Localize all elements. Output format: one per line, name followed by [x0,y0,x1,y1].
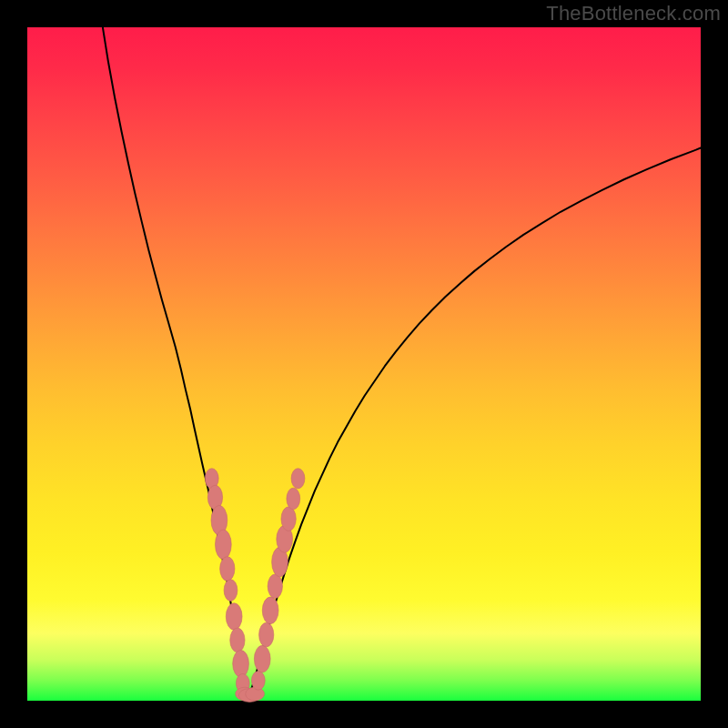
marker-group [205,469,305,703]
data-marker [224,580,238,602]
data-marker [251,671,265,690]
chart-frame: TheBottleneck.com [0,0,728,728]
series-left_branch [103,27,244,694]
data-marker [226,603,242,631]
plot-area [27,27,701,701]
data-marker [220,557,235,581]
series-group [103,27,701,699]
data-marker [281,507,296,531]
data-marker [246,687,265,701]
data-marker [254,645,270,672]
data-marker [230,628,245,652]
data-marker [233,651,249,678]
watermark-text: TheBottleneck.com [546,2,721,25]
data-marker [287,488,300,510]
data-marker [259,622,274,647]
data-marker [291,469,305,489]
data-marker [215,530,231,560]
chart-svg [27,27,701,701]
data-marker [262,597,278,624]
data-marker [268,574,282,599]
series-right_branch [249,147,701,694]
